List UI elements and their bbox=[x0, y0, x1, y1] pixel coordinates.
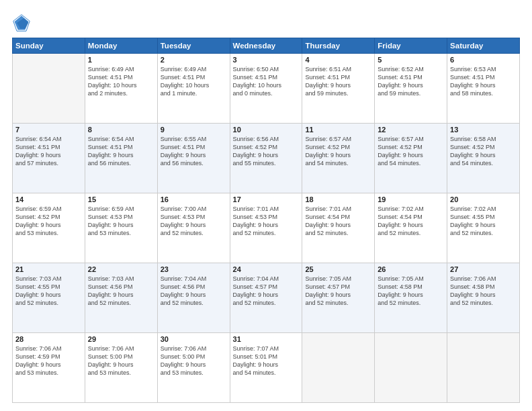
day-number: 25 bbox=[305, 265, 371, 273]
weekday-header-saturday: Saturday bbox=[447, 38, 520, 54]
calendar-cell: 28Sunrise: 7:06 AM Sunset: 4:59 PM Dayli… bbox=[13, 333, 85, 403]
day-number: 21 bbox=[15, 265, 82, 273]
day-number: 17 bbox=[233, 195, 300, 203]
day-number: 24 bbox=[233, 265, 300, 273]
day-info: Sunrise: 6:56 AM Sunset: 4:52 PM Dayligh… bbox=[233, 135, 300, 168]
calendar-cell: 2Sunrise: 6:49 AM Sunset: 4:51 PM Daylig… bbox=[157, 54, 230, 124]
calendar-cell: 30Sunrise: 7:06 AM Sunset: 5:00 PM Dayli… bbox=[157, 333, 230, 403]
logo-icon bbox=[12, 13, 31, 32]
day-number: 12 bbox=[378, 126, 444, 134]
calendar-cell: 10Sunrise: 6:56 AM Sunset: 4:52 PM Dayli… bbox=[230, 124, 302, 193]
day-number: 22 bbox=[88, 265, 154, 273]
weekday-header-monday: Monday bbox=[85, 38, 157, 54]
day-number: 14 bbox=[15, 195, 82, 203]
day-info: Sunrise: 6:55 AM Sunset: 4:51 PM Dayligh… bbox=[161, 135, 227, 168]
day-number: 27 bbox=[450, 265, 517, 273]
day-number: 23 bbox=[161, 265, 227, 273]
calendar-cell: 4Sunrise: 6:51 AM Sunset: 4:51 PM Daylig… bbox=[302, 54, 375, 124]
day-info: Sunrise: 7:01 AM Sunset: 4:53 PM Dayligh… bbox=[233, 205, 300, 238]
day-info: Sunrise: 6:54 AM Sunset: 4:51 PM Dayligh… bbox=[88, 135, 154, 168]
calendar-cell bbox=[13, 54, 85, 124]
day-number: 18 bbox=[305, 195, 371, 203]
day-number: 2 bbox=[161, 56, 227, 64]
calendar-cell: 3Sunrise: 6:50 AM Sunset: 4:51 PM Daylig… bbox=[230, 54, 302, 124]
calendar-cell: 24Sunrise: 7:04 AM Sunset: 4:57 PM Dayli… bbox=[230, 263, 302, 333]
calendar-cell: 31Sunrise: 7:07 AM Sunset: 5:01 PM Dayli… bbox=[230, 333, 302, 403]
calendar-cell: 20Sunrise: 7:02 AM Sunset: 4:55 PM Dayli… bbox=[447, 193, 520, 263]
logo bbox=[12, 15, 32, 32]
day-info: Sunrise: 7:03 AM Sunset: 4:55 PM Dayligh… bbox=[15, 275, 82, 308]
day-info: Sunrise: 6:53 AM Sunset: 4:51 PM Dayligh… bbox=[450, 65, 517, 98]
day-number: 13 bbox=[450, 126, 517, 134]
day-number: 30 bbox=[161, 335, 227, 343]
calendar-cell: 19Sunrise: 7:02 AM Sunset: 4:54 PM Dayli… bbox=[375, 193, 447, 263]
weekday-header-thursday: Thursday bbox=[302, 38, 375, 54]
calendar-header-row: SundayMondayTuesdayWednesdayThursdayFrid… bbox=[13, 38, 520, 54]
day-info: Sunrise: 7:06 AM Sunset: 4:59 PM Dayligh… bbox=[15, 345, 82, 377]
calendar-week-row: 28Sunrise: 7:06 AM Sunset: 4:59 PM Dayli… bbox=[13, 333, 520, 403]
weekday-header-wednesday: Wednesday bbox=[230, 38, 302, 54]
day-info: Sunrise: 7:06 AM Sunset: 5:00 PM Dayligh… bbox=[88, 345, 154, 377]
calendar-cell: 12Sunrise: 6:57 AM Sunset: 4:52 PM Dayli… bbox=[375, 124, 447, 193]
calendar-cell bbox=[302, 333, 375, 403]
day-number: 3 bbox=[233, 56, 300, 64]
calendar-cell: 5Sunrise: 6:52 AM Sunset: 4:51 PM Daylig… bbox=[375, 54, 447, 124]
calendar: SundayMondayTuesdayWednesdayThursdayFrid… bbox=[12, 38, 520, 403]
calendar-week-row: 7Sunrise: 6:54 AM Sunset: 4:51 PM Daylig… bbox=[13, 124, 520, 193]
calendar-week-row: 1Sunrise: 6:49 AM Sunset: 4:51 PM Daylig… bbox=[13, 54, 520, 124]
day-number: 8 bbox=[88, 126, 154, 134]
calendar-cell: 29Sunrise: 7:06 AM Sunset: 5:00 PM Dayli… bbox=[85, 333, 157, 403]
day-number: 19 bbox=[378, 195, 444, 203]
calendar-cell: 7Sunrise: 6:54 AM Sunset: 4:51 PM Daylig… bbox=[13, 124, 85, 193]
day-number: 11 bbox=[305, 126, 371, 134]
day-info: Sunrise: 6:52 AM Sunset: 4:51 PM Dayligh… bbox=[378, 65, 444, 98]
day-info: Sunrise: 6:58 AM Sunset: 4:52 PM Dayligh… bbox=[450, 135, 517, 168]
day-info: Sunrise: 7:02 AM Sunset: 4:54 PM Dayligh… bbox=[378, 205, 444, 238]
day-info: Sunrise: 7:01 AM Sunset: 4:54 PM Dayligh… bbox=[305, 205, 371, 238]
calendar-week-row: 14Sunrise: 6:59 AM Sunset: 4:52 PM Dayli… bbox=[13, 193, 520, 263]
calendar-cell: 13Sunrise: 6:58 AM Sunset: 4:52 PM Dayli… bbox=[447, 124, 520, 193]
day-number: 9 bbox=[161, 126, 227, 134]
day-number: 16 bbox=[161, 195, 227, 203]
day-info: Sunrise: 7:02 AM Sunset: 4:55 PM Dayligh… bbox=[450, 205, 517, 238]
calendar-cell: 25Sunrise: 7:05 AM Sunset: 4:57 PM Dayli… bbox=[302, 263, 375, 333]
calendar-cell: 11Sunrise: 6:57 AM Sunset: 4:52 PM Dayli… bbox=[302, 124, 375, 193]
calendar-cell: 21Sunrise: 7:03 AM Sunset: 4:55 PM Dayli… bbox=[13, 263, 85, 333]
day-number: 15 bbox=[88, 195, 154, 203]
day-info: Sunrise: 7:05 AM Sunset: 4:57 PM Dayligh… bbox=[305, 275, 371, 308]
day-info: Sunrise: 6:50 AM Sunset: 4:51 PM Dayligh… bbox=[233, 65, 300, 98]
day-info: Sunrise: 7:04 AM Sunset: 4:56 PM Dayligh… bbox=[161, 275, 227, 308]
day-info: Sunrise: 7:06 AM Sunset: 5:00 PM Dayligh… bbox=[161, 345, 227, 377]
calendar-cell bbox=[375, 333, 447, 403]
calendar-cell: 22Sunrise: 7:03 AM Sunset: 4:56 PM Dayli… bbox=[85, 263, 157, 333]
calendar-cell: 16Sunrise: 7:00 AM Sunset: 4:53 PM Dayli… bbox=[157, 193, 230, 263]
calendar-cell: 18Sunrise: 7:01 AM Sunset: 4:54 PM Dayli… bbox=[302, 193, 375, 263]
day-number: 26 bbox=[378, 265, 444, 273]
day-info: Sunrise: 6:54 AM Sunset: 4:51 PM Dayligh… bbox=[15, 135, 82, 168]
calendar-cell: 15Sunrise: 6:59 AM Sunset: 4:53 PM Dayli… bbox=[85, 193, 157, 263]
day-info: Sunrise: 6:59 AM Sunset: 4:52 PM Dayligh… bbox=[15, 205, 82, 238]
calendar-cell: 26Sunrise: 7:05 AM Sunset: 4:58 PM Dayli… bbox=[375, 263, 447, 333]
day-info: Sunrise: 6:49 AM Sunset: 4:51 PM Dayligh… bbox=[88, 65, 154, 98]
day-number: 31 bbox=[233, 335, 300, 343]
day-number: 28 bbox=[15, 335, 82, 343]
day-number: 4 bbox=[305, 56, 371, 64]
day-info: Sunrise: 6:57 AM Sunset: 4:52 PM Dayligh… bbox=[305, 135, 371, 168]
calendar-cell bbox=[447, 333, 520, 403]
weekday-header-sunday: Sunday bbox=[13, 38, 85, 54]
day-info: Sunrise: 6:51 AM Sunset: 4:51 PM Dayligh… bbox=[305, 65, 371, 98]
calendar-cell: 14Sunrise: 6:59 AM Sunset: 4:52 PM Dayli… bbox=[13, 193, 85, 263]
weekday-header-tuesday: Tuesday bbox=[157, 38, 230, 54]
day-info: Sunrise: 6:57 AM Sunset: 4:52 PM Dayligh… bbox=[378, 135, 444, 168]
calendar-week-row: 21Sunrise: 7:03 AM Sunset: 4:55 PM Dayli… bbox=[13, 263, 520, 333]
day-number: 6 bbox=[450, 56, 517, 64]
day-info: Sunrise: 7:00 AM Sunset: 4:53 PM Dayligh… bbox=[161, 205, 227, 238]
day-number: 10 bbox=[233, 126, 300, 134]
day-info: Sunrise: 7:04 AM Sunset: 4:57 PM Dayligh… bbox=[233, 275, 300, 308]
calendar-cell: 1Sunrise: 6:49 AM Sunset: 4:51 PM Daylig… bbox=[85, 54, 157, 124]
calendar-cell: 23Sunrise: 7:04 AM Sunset: 4:56 PM Dayli… bbox=[157, 263, 230, 333]
day-number: 7 bbox=[15, 126, 82, 134]
day-number: 5 bbox=[378, 56, 444, 64]
day-number: 29 bbox=[88, 335, 154, 343]
calendar-cell: 27Sunrise: 7:06 AM Sunset: 4:58 PM Dayli… bbox=[447, 263, 520, 333]
